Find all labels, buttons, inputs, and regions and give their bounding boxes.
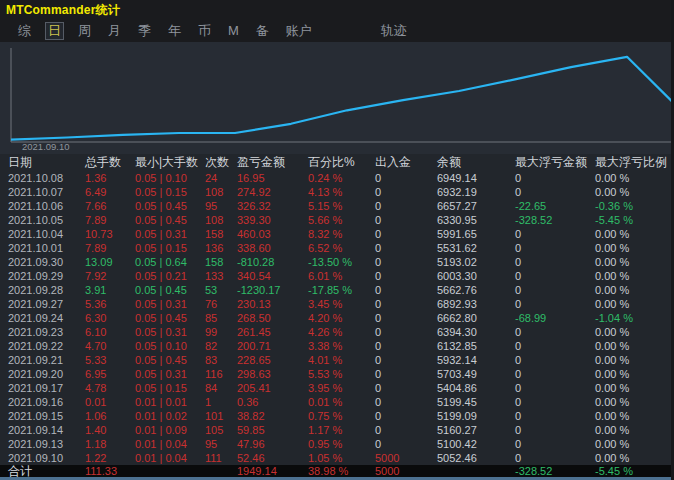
tab-yearly[interactable]: 年	[165, 22, 184, 40]
table-row[interactable]: 2021.09.224.700.05 | 0.1082200.713.38 %0…	[0, 339, 671, 353]
cell-total-lots: 6.30	[85, 311, 135, 325]
tab-weekly[interactable]: 周	[75, 22, 94, 40]
table-row[interactable]: 2021.10.0410.730.05 | 0.31158460.038.32 …	[0, 227, 671, 241]
cell-min-max-lots: 0.05 | 0.31	[135, 297, 205, 311]
cell-pnl-percent: 0.24 %	[308, 171, 375, 185]
table-row[interactable]: 2021.09.3013.090.05 | 0.64158-810.28-13.…	[0, 255, 671, 269]
cell-pnl-amount: 274.92	[237, 185, 308, 199]
cell-max-float-loss-pct: 0.00 %	[595, 339, 671, 353]
cell-total-lots: 7.89	[85, 213, 135, 227]
cell-balance: 5531.62	[437, 241, 515, 255]
cell-min-max-lots: 0.05 | 0.45	[135, 283, 205, 297]
cell-date: 2021.10.07	[8, 185, 85, 199]
cell-pnl-percent: 6.01 %	[308, 269, 375, 283]
cell-date: 2021.10.04	[8, 227, 85, 241]
table-row[interactable]: 2021.09.236.100.05 | 0.3199261.454.26 %0…	[0, 325, 671, 339]
cell-deposit-withdraw: 0	[375, 171, 437, 185]
cell-pnl-percent: 0.01 %	[308, 395, 375, 409]
cell-deposit-withdraw: 0	[375, 213, 437, 227]
cell-max-float-loss-pct: 0.00 %	[595, 227, 671, 241]
tab-memo[interactable]: 备	[253, 22, 272, 40]
table-row[interactable]: 2021.09.160.010.01 | 0.0110.360.01 %0519…	[0, 395, 671, 409]
cell-pnl-percent: 3.95 %	[308, 381, 375, 395]
cell-pnl-amount: 261.45	[237, 325, 308, 339]
cell-date: 2021.09.10	[8, 451, 85, 465]
cell-total-lots: 5.36	[85, 297, 135, 311]
cell-pnl-percent: 0.95 %	[308, 437, 375, 451]
cell-trade-count: 111	[205, 451, 237, 465]
cell-min-max-lots: 0.01 | 0.04	[135, 451, 205, 465]
tab-account[interactable]: 账户	[283, 22, 315, 40]
cell-balance: 5100.42	[437, 437, 515, 451]
tab-trajectory[interactable]: 轨迹	[378, 22, 410, 40]
tab-quarterly[interactable]: 季	[135, 22, 154, 40]
cell-max-float-loss-pct: 0.00 %	[595, 283, 671, 297]
cell-max-float-loss: 0	[515, 255, 595, 269]
cell-date: 2021.09.15	[8, 409, 85, 423]
cell-balance: 5991.65	[437, 227, 515, 241]
cell-max-float-loss-pct: -1.04 %	[595, 311, 671, 325]
cell-trade-count: 95	[205, 437, 237, 451]
daily-stats-table: 日期总手数最小|大手数次数盈亏金额百分比%出入金余额最大浮亏金额最大浮亏比例 2…	[0, 154, 671, 477]
cell-trade-count: 105	[205, 423, 237, 437]
table-row[interactable]: 2021.10.081.360.05 | 0.102416.950.24 %06…	[0, 171, 671, 185]
cell-max-float-loss-pct: 0.00 %	[595, 437, 671, 451]
cell-max-float-loss: 0	[515, 227, 595, 241]
table-row[interactable]: 2021.09.283.910.05 | 0.4553-1230.17-17.8…	[0, 283, 671, 297]
cell-balance: 5404.86	[437, 381, 515, 395]
table-row[interactable]: 2021.10.057.890.05 | 0.45108339.305.66 %…	[0, 213, 671, 227]
cell-trade-count: 101	[205, 409, 237, 423]
table-row[interactable]: 2021.09.206.950.05 | 0.31116298.635.53 %…	[0, 367, 671, 381]
cell-pnl-percent: 3.45 %	[308, 297, 375, 311]
column-header-balance: 余额	[437, 154, 515, 171]
cell-date: 2021.09.29	[8, 269, 85, 283]
table-row[interactable]: 2021.09.275.360.05 | 0.3176230.133.45 %0…	[0, 297, 671, 311]
cell-pnl-percent: 4.26 %	[308, 325, 375, 339]
cell-total-lots: 6.49	[85, 185, 135, 199]
cell-min-max-lots: 0.01 | 0.04	[135, 437, 205, 451]
cell-max-float-loss: 0	[515, 241, 595, 255]
table-row[interactable]: 2021.09.131.180.01 | 0.049547.960.95 %05…	[0, 437, 671, 451]
table-row[interactable]: 2021.09.141.400.01 | 0.0910559.851.17 %0…	[0, 423, 671, 437]
table-row[interactable]: 2021.09.174.780.05 | 0.1584205.413.95 %0…	[0, 381, 671, 395]
table-total-row[interactable]: 合计111.331949.1438.98 %5000-328.52-5.45 %	[0, 465, 671, 477]
cell-pnl-amount: 228.65	[237, 353, 308, 367]
window-title: MTCommander统计	[6, 2, 120, 19]
tab-m[interactable]: M	[225, 22, 242, 40]
table-row[interactable]: 2021.10.076.490.05 | 0.15108274.924.13 %…	[0, 185, 671, 199]
cell-deposit-withdraw: 0	[375, 269, 437, 283]
cell-balance: 6132.85	[437, 339, 515, 353]
tab-currency[interactable]: 币	[195, 22, 214, 40]
cell-max-float-loss: 0	[515, 367, 595, 381]
cell-max-float-loss: 0	[515, 437, 595, 451]
table-row[interactable]: 2021.09.151.060.01 | 0.0210138.820.75 %0…	[0, 409, 671, 423]
table-row[interactable]: 2021.10.067.660.05 | 0.4595326.325.15 %0…	[0, 199, 671, 213]
cell-min-max-lots: 0.01 | 0.02	[135, 409, 205, 423]
cell-max-float-loss-pct: 0.00 %	[595, 269, 671, 283]
cell-trade-count: 83	[205, 353, 237, 367]
table-row[interactable]: 2021.10.017.890.05 | 0.15136338.606.52 %…	[0, 241, 671, 255]
cell-total-lots: 3.91	[85, 283, 135, 297]
cell-pnl-amount: 47.96	[237, 437, 308, 451]
cell-max-float-loss-pct: 0.00 %	[595, 395, 671, 409]
tab-monthly[interactable]: 月	[105, 22, 124, 40]
tab-bar: 综日周月季年币M备账户轨迹	[0, 20, 671, 42]
cell-deposit-withdraw: 0	[375, 227, 437, 241]
tab-overview[interactable]: 综	[15, 22, 34, 40]
cell-total-lots: 0.01	[85, 395, 135, 409]
cell-max-float-loss-pct: 0.00 %	[595, 353, 671, 367]
cell-pnl-amount: 0.36	[237, 395, 308, 409]
table-row[interactable]: 2021.09.297.920.05 | 0.21133340.546.01 %…	[0, 269, 671, 283]
cell-deposit-withdraw: 0	[375, 311, 437, 325]
table-row[interactable]: 2021.09.101.220.01 | 0.0411152.461.05 %5…	[0, 451, 671, 465]
table-row[interactable]: 2021.09.246.300.05 | 0.4585268.504.20 %0…	[0, 311, 671, 325]
table-row[interactable]: 2021.09.215.330.05 | 0.4583228.654.01 %0…	[0, 353, 671, 367]
cell-date: 2021.09.22	[8, 339, 85, 353]
cell-trade-count: 99	[205, 325, 237, 339]
cell-max-float-loss: 0	[515, 283, 595, 297]
tab-daily[interactable]: 日	[45, 22, 64, 40]
cell-date: 2021.09.24	[8, 311, 85, 325]
cell-balance: 5199.09	[437, 409, 515, 423]
cell-date: 2021.09.14	[8, 423, 85, 437]
cell-trade-count: 158	[205, 255, 237, 269]
